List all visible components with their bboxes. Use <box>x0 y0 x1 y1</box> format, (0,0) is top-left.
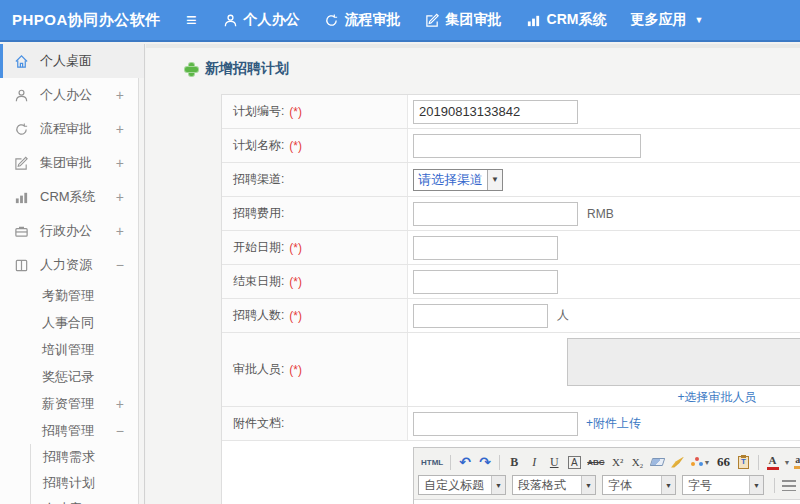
edit-icon <box>425 13 440 28</box>
sidebar-item-hr[interactable]: 人力资源 − <box>0 248 144 282</box>
top-nav: 个人办公 流程审批 集团审批 CRM系统 <box>211 11 716 29</box>
plan-number-input[interactable] <box>413 100 578 124</box>
remove-format-button[interactable]: A <box>565 453 583 472</box>
paste-button[interactable]: T <box>735 453 753 472</box>
underline-button[interactable]: U <box>545 453 563 472</box>
expand-plus-icon[interactable]: + <box>116 121 124 137</box>
nav-more-apps[interactable]: 更多应用 ▼ <box>630 11 703 29</box>
paragraph-format-select[interactable]: 段落格式 ▼ <box>512 475 596 495</box>
eraser-button[interactable] <box>649 453 667 472</box>
nav-process-approval[interactable]: 流程审批 <box>324 11 401 29</box>
form-row-attachment: 附件文档: +附件上传 <box>222 407 800 441</box>
sidebar-item-talent-pool[interactable]: 人才库 <box>31 496 144 504</box>
hr-submenu: 考勤管理 人事合同 培训管理 奖惩记录 薪资管理 + 招聘管理 − 招聘需求 招… <box>0 282 144 504</box>
blockquote-button[interactable]: 66 <box>715 453 733 472</box>
field-label: 计划名称: (*) <box>222 129 408 162</box>
toolbar-separator <box>758 455 759 470</box>
undo-icon[interactable]: ↶ <box>456 453 474 472</box>
channel-select[interactable]: 请选择渠道 ▼ <box>413 169 503 191</box>
expand-plus-icon[interactable]: + <box>116 396 124 412</box>
sidebar-item-desktop[interactable]: 个人桌面 <box>0 44 144 78</box>
sidebar-item-recruit-plan[interactable]: 招聘计划 <box>31 470 144 496</box>
highlight-ab-icon: ab <box>795 455 800 465</box>
editor-toolbar: HTML ↶ ↷ B I U A ABC X² <box>414 448 800 500</box>
clipboard-icon: T <box>738 456 749 469</box>
app-logo: PHPOA协同办公软件 <box>0 11 172 30</box>
sidebar-item-process-approval[interactable]: 流程审批 + <box>0 112 144 146</box>
sidebar-item-personal-office[interactable]: 个人办公 + <box>0 78 144 112</box>
sidebar-item-label: 人力资源 <box>40 256 92 274</box>
superscript-button[interactable]: X² <box>609 453 627 472</box>
plan-name-input[interactable] <box>413 134 641 158</box>
field-value: 人 <box>408 299 800 332</box>
sidebar-item-admin-office[interactable]: 行政办公 + <box>0 214 144 248</box>
add-plus-icon <box>185 63 198 76</box>
label-text: 开始日期: <box>233 239 284 256</box>
attachment-input[interactable] <box>413 412 578 436</box>
sidebar-item-attendance[interactable]: 考勤管理 <box>0 282 144 309</box>
form-row-channel: 招聘渠道: 请选择渠道 ▼ <box>222 163 800 197</box>
field-label: 招聘人数: (*) <box>222 299 408 332</box>
expand-plus-icon[interactable]: + <box>116 223 124 239</box>
form-row-fee: 招聘费用: RMB <box>222 197 800 231</box>
currency-suffix: RMB <box>587 207 614 221</box>
required-mark: (*) <box>289 139 302 153</box>
format-painter-button[interactable] <box>669 453 687 472</box>
font-color-button[interactable]: A <box>764 453 782 472</box>
subscript-button[interactable]: X₂ <box>629 453 647 472</box>
nav-crm-system[interactable]: CRM系统 <box>526 11 607 29</box>
select-approver-link[interactable]: +选择审批人员 <box>677 389 756 406</box>
caret-down-icon: ▼ <box>704 459 711 466</box>
menu-toggle-icon[interactable]: ≡ <box>186 10 197 31</box>
sidebar-item-salary[interactable]: 薪资管理 + <box>0 390 144 417</box>
sidebar-item-group-approval[interactable]: 集团审批 + <box>0 146 144 180</box>
attachment-upload-link[interactable]: +附件上传 <box>586 415 641 432</box>
nav-group-approval[interactable]: 集团审批 <box>425 11 502 29</box>
fee-input[interactable] <box>413 202 578 226</box>
redo-icon[interactable]: ↷ <box>476 453 494 472</box>
page-title-text: 新增招聘计划 <box>205 60 289 78</box>
headcount-input[interactable] <box>413 304 548 328</box>
editor-content-area[interactable] <box>414 500 800 504</box>
end-date-input[interactable] <box>413 270 558 294</box>
sidebar-item-recruit-mgmt[interactable]: 招聘管理 − <box>0 417 144 444</box>
italic-button[interactable]: I <box>525 453 543 472</box>
sidebar-item-recruit-need[interactable]: 招聘需求 <box>31 444 144 470</box>
highlight-color-button[interactable]: ab <box>791 453 800 472</box>
nav-personal-office[interactable]: 个人办公 <box>223 11 300 29</box>
sidebar-item-label: 奖惩记录 <box>42 368 94 386</box>
editor-toolbar-row2: 自定义标题 ▼ 段落格式 ▼ 字体 ▼ <box>418 473 800 497</box>
sidebar-item-label: 个人桌面 <box>40 52 92 70</box>
sidebar-item-training[interactable]: 培训管理 <box>0 336 144 363</box>
sidebar-item-crm[interactable]: CRM系统 + <box>0 180 144 214</box>
select-value: 字体 <box>603 476 661 494</box>
select-value: 字号 <box>683 476 749 494</box>
recruit-plan-form: 计划编号: (*) 计划名称: (*) 招聘渠道: 请选择渠道 <box>221 94 800 504</box>
field-label: 审批人员: (*) <box>222 333 408 406</box>
strikethrough-button[interactable]: ABC <box>585 453 606 472</box>
align-left-icon <box>782 480 796 491</box>
sidebar-item-rewards[interactable]: 奖惩记录 <box>0 363 144 390</box>
emoticon-button[interactable]: ▼ <box>689 453 713 472</box>
bold-button[interactable]: B <box>505 453 523 472</box>
expand-plus-icon[interactable]: + <box>116 189 124 205</box>
top-header: PHPOA协同办公软件 ≡ 个人办公 流程审批 <box>0 0 800 42</box>
font-family-select[interactable]: 字体 ▼ <box>602 475 676 495</box>
start-date-input[interactable] <box>413 236 558 260</box>
align-left-button[interactable] <box>780 476 798 495</box>
approver-textarea[interactable] <box>567 338 800 386</box>
sidebar-item-label: 人事合同 <box>42 314 94 332</box>
eraser-icon <box>650 458 666 466</box>
collapse-minus-icon[interactable]: − <box>116 423 124 439</box>
sidebar-item-hr-contract[interactable]: 人事合同 <box>0 309 144 336</box>
font-size-select[interactable]: 字号 ▼ <box>682 475 764 495</box>
toolbar-separator <box>499 455 500 470</box>
collapse-minus-icon[interactable]: − <box>116 257 124 273</box>
nav-label: 流程审批 <box>345 11 401 29</box>
custom-heading-select[interactable]: 自定义标题 ▼ <box>418 475 506 495</box>
sidebar: 个人桌面 个人办公 + 流程审批 + 集团审批 + <box>0 44 145 504</box>
expand-plus-icon[interactable]: + <box>116 155 124 171</box>
html-source-button[interactable]: HTML <box>419 453 445 472</box>
field-value: 请选择渠道 ▼ <box>408 163 800 196</box>
expand-plus-icon[interactable]: + <box>116 87 124 103</box>
